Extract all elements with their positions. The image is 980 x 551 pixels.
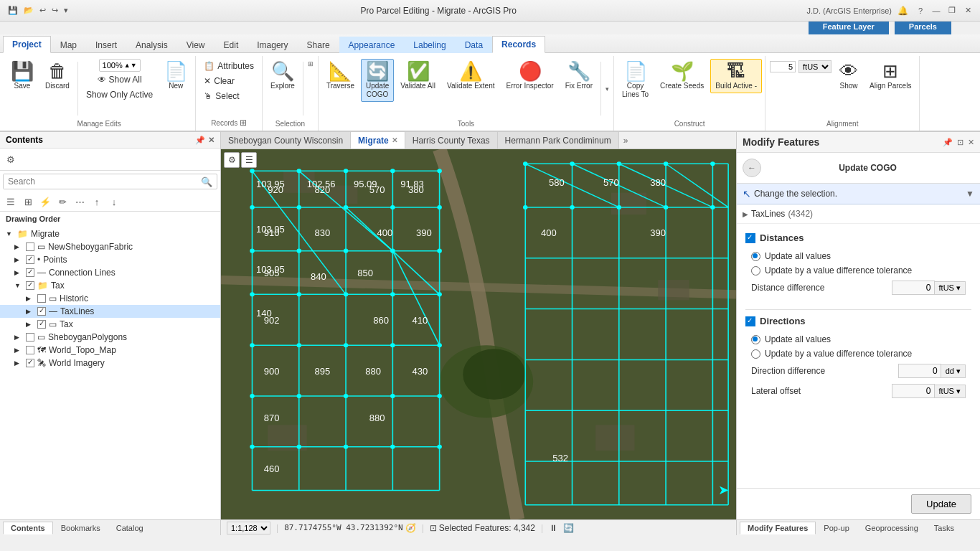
undo-quick-icon[interactable]: ↩ xyxy=(37,6,48,15)
traverse-button[interactable]: 📐 Traverse xyxy=(321,59,359,93)
tab-appearance[interactable]: Appearance xyxy=(339,37,405,53)
selection-dropdown-icon[interactable]: ▼ xyxy=(966,189,974,199)
build-active-button[interactable]: 🏗 Build Active - xyxy=(710,59,762,93)
tab-analysis[interactable]: Analysis xyxy=(126,37,177,53)
direction-diff-input[interactable] xyxy=(898,364,941,378)
distance-unit-btn[interactable]: ftUS ▾ xyxy=(935,281,966,295)
scale-select[interactable]: 1:1,128 xyxy=(227,522,270,534)
clear-button[interactable]: ✕ Clear xyxy=(199,74,259,88)
expand-tax-sub-icon[interactable]: ▶ xyxy=(26,321,34,328)
distances-update-all-radio[interactable] xyxy=(751,252,760,261)
attributes-button[interactable]: 📋 Attributes xyxy=(199,59,259,73)
map-tab-overflow[interactable]: » xyxy=(619,134,633,147)
redo-quick-icon[interactable]: ↪ xyxy=(50,6,60,15)
alignment-value-input[interactable] xyxy=(770,61,796,72)
tree-item-connection-lines[interactable]: ▶ — Connection Lines xyxy=(0,266,220,279)
customize-quick-icon[interactable]: ▾ xyxy=(62,6,70,15)
panel-close-icon[interactable]: ✕ xyxy=(208,136,215,145)
world-imagery-checkbox[interactable] xyxy=(26,359,34,367)
expand-conn-icon[interactable]: ▶ xyxy=(14,269,23,276)
map-tab-migrate-close[interactable]: ✕ xyxy=(392,136,397,144)
tab-share[interactable]: Share xyxy=(298,37,339,53)
tab-imagery[interactable]: Imagery xyxy=(248,37,297,53)
tree-item-taxlines[interactable]: ▶ — TaxLines xyxy=(0,305,220,318)
tasks-tab[interactable]: Tasks xyxy=(926,522,962,534)
map-layers-btn[interactable]: ☰ xyxy=(241,152,257,168)
distances-update-diff-row[interactable]: Update by a value difference tolerance xyxy=(745,263,971,278)
selection-expand-btn[interactable]: ⊞ xyxy=(306,59,315,69)
group-view-btn[interactable]: ⊞ xyxy=(20,194,36,209)
map-canvas[interactable]: 920 820 570 380 910 830 400 390 905 840 … xyxy=(221,149,736,519)
world-topo-checkbox[interactable] xyxy=(26,346,34,354)
tree-item-historic[interactable]: ▶ ▭ Historic xyxy=(0,292,220,305)
show-all-button[interactable]: 👁 Show All xyxy=(93,72,147,87)
distances-checkbox[interactable] xyxy=(745,233,755,243)
map-tab-hermann[interactable]: Hermann Park Condiminum xyxy=(498,132,619,149)
expand-migrate-icon[interactable]: ▼ xyxy=(6,230,14,237)
tree-item-world-topo[interactable]: ▶ 🗺 World_Topo_Map xyxy=(0,344,220,357)
map-settings-btn[interactable]: ⚙ xyxy=(224,152,240,168)
tab-view[interactable]: View xyxy=(177,37,215,53)
expand-world-imagery-icon[interactable]: ▶ xyxy=(14,359,23,367)
copy-lines-to-button[interactable]: 📄 CopyLines To xyxy=(617,59,654,102)
directions-update-diff-row[interactable]: Update by a value difference tolerance xyxy=(745,347,971,361)
create-seeds-button[interactable]: 🌱 Create Seeds xyxy=(655,59,709,93)
expand-tax-icon[interactable]: ▼ xyxy=(14,282,23,289)
refresh-btn[interactable]: 🔄 xyxy=(563,523,574,533)
discard-button[interactable]: 🗑 Discard xyxy=(40,59,75,93)
move-down-btn[interactable]: ↓ xyxy=(106,194,122,209)
folder-quick-icon[interactable]: 📂 xyxy=(22,6,36,15)
tab-records[interactable]: Records xyxy=(492,36,545,53)
historic-checkbox[interactable] xyxy=(37,294,46,303)
back-button[interactable]: ← xyxy=(743,159,761,177)
tax-group-checkbox[interactable] xyxy=(26,281,34,290)
tab-labeling[interactable]: Labeling xyxy=(404,37,455,53)
restore-btn[interactable]: ❐ xyxy=(946,4,958,17)
tab-project[interactable]: Project xyxy=(3,36,51,53)
tree-item-tax-group[interactable]: ▼ 📁 Tax xyxy=(0,279,220,292)
show-button[interactable]: 👁 Show xyxy=(834,59,863,93)
alignment-unit-select[interactable]: ftUS xyxy=(798,60,831,73)
distances-update-all-row[interactable]: Update all values xyxy=(745,249,971,263)
expand-taxlines-icon[interactable]: ▶ xyxy=(26,308,34,315)
update-button[interactable]: Update xyxy=(911,494,971,514)
tree-item-points[interactable]: ▶ • Points xyxy=(0,253,220,266)
show-only-active-button[interactable]: Show Only Active xyxy=(81,88,158,102)
filter-btn[interactable]: ⚡ xyxy=(37,194,53,209)
close-btn[interactable]: ✕ xyxy=(961,4,974,17)
right-panel-float-icon[interactable]: ⊡ xyxy=(957,138,963,147)
directions-checkbox[interactable] xyxy=(745,316,755,326)
expand-points-icon[interactable]: ▶ xyxy=(14,256,23,263)
directions-update-all-row[interactable]: Update all values xyxy=(745,332,971,347)
catalog-tab[interactable]: Catalog xyxy=(108,522,151,534)
directions-update-diff-radio[interactable] xyxy=(751,349,760,359)
lateral-offset-input[interactable] xyxy=(892,384,935,398)
tab-map[interactable]: Map xyxy=(51,37,86,53)
expand-taxlines-tri[interactable]: ▶ xyxy=(743,210,748,218)
contents-tab[interactable]: Contents xyxy=(3,522,53,534)
notification-icon[interactable]: 🔔 xyxy=(897,6,908,16)
right-panel-close-icon[interactable]: ✕ xyxy=(968,138,974,147)
modify-features-tab[interactable]: Modify Features xyxy=(740,522,816,534)
explore-button[interactable]: 🔍 Explore xyxy=(265,59,300,93)
expand-sheboy-poly-icon[interactable]: ▶ xyxy=(14,334,23,341)
directions-update-all-radio[interactable] xyxy=(751,335,760,344)
pause-icon[interactable]: ⏸ xyxy=(549,523,557,533)
more-options-btn[interactable]: ⋯ xyxy=(72,194,88,209)
help-btn[interactable]: ? xyxy=(914,4,927,17)
expand-world-topo-icon[interactable]: ▶ xyxy=(14,347,23,354)
move-up-btn[interactable]: ↑ xyxy=(89,194,105,209)
tab-edit[interactable]: Edit xyxy=(215,37,248,53)
tree-item-tax-sub[interactable]: ▶ ▭ Tax xyxy=(0,318,220,331)
percent-spinner[interactable]: ▲▼ xyxy=(124,62,137,69)
error-inspector-button[interactable]: 🔴 Error Inspector xyxy=(501,59,559,93)
right-panel-pin-icon[interactable]: 📌 xyxy=(943,138,953,147)
tree-item-world-imagery[interactable]: ▶ 🛰 World Imagery xyxy=(0,357,220,369)
list-view-btn[interactable]: ☰ xyxy=(3,194,19,209)
save-quick-icon[interactable]: 💾 xyxy=(6,6,20,15)
taxlines-checkbox[interactable] xyxy=(37,307,46,316)
search-icon[interactable]: 🔍 xyxy=(197,176,217,187)
connection-lines-checkbox[interactable] xyxy=(26,268,34,277)
popup-tab[interactable]: Pop-up xyxy=(816,522,857,534)
align-parcels-button[interactable]: ⊞ Align Parcels xyxy=(864,59,916,93)
